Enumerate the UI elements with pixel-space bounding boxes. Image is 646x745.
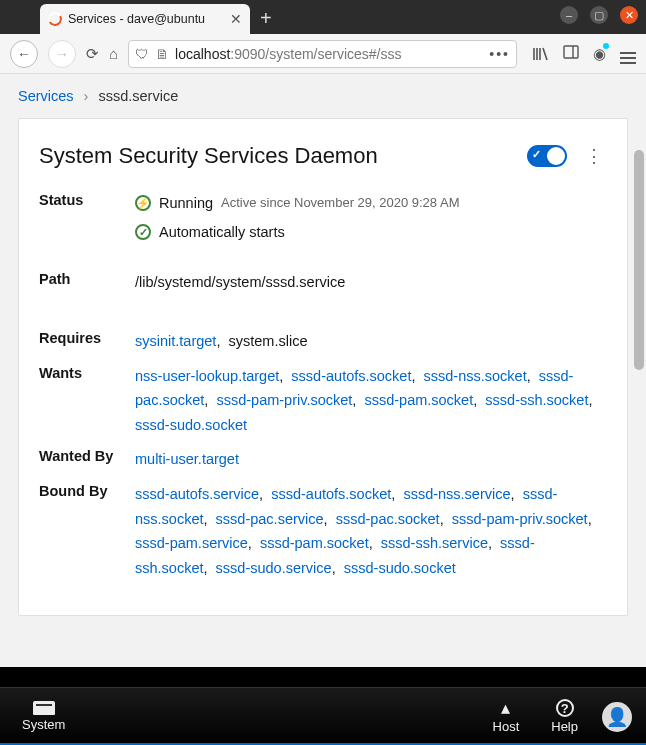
breadcrumb: Services › sssd.service <box>0 74 646 118</box>
status-label: Status <box>39 191 135 208</box>
unit-link[interactable]: sssd-nss.service <box>403 486 510 502</box>
browser-tab[interactable]: Services - dave@ubuntu ✕ <box>40 4 250 34</box>
autostart-icon <box>135 224 151 240</box>
host-label: Host <box>493 719 520 734</box>
unit-plain: system.slice <box>229 333 308 349</box>
new-tab-button[interactable]: + <box>260 7 272 30</box>
running-icon <box>135 195 151 211</box>
tab-close-icon[interactable]: ✕ <box>230 11 242 27</box>
browser-titlebar: Services - dave@ubuntu ✕ + – ▢ ✕ <box>0 0 646 34</box>
tab-favicon <box>46 10 63 27</box>
unit-link[interactable]: sssd-pam.socket <box>260 535 369 551</box>
unit-link[interactable]: sssd-autofs.socket <box>271 486 391 502</box>
system-nav-button[interactable]: System <box>14 701 73 732</box>
unit-link[interactable]: multi-user.target <box>135 451 239 467</box>
maximize-button[interactable]: ▢ <box>590 6 608 24</box>
page-actions-icon[interactable]: ••• <box>489 46 510 62</box>
boundby-label: Bound By <box>39 482 135 499</box>
browser-toolbar: ← → ⟳ ⌂ 🛡 🗎 localhost:9090/system/servic… <box>0 34 646 74</box>
forward-button[interactable]: → <box>48 40 76 68</box>
unit-link[interactable]: sssd-autofs.socket <box>291 368 411 384</box>
requires-value: sysinit.target, system.slice <box>135 329 607 354</box>
reader-icon[interactable] <box>563 44 579 63</box>
page-viewport: Services › sssd.service System Security … <box>0 74 646 667</box>
library-icon[interactable] <box>533 46 549 62</box>
url-host: localhost <box>175 46 230 62</box>
breadcrumb-current: sssd.service <box>98 88 178 104</box>
unit-link[interactable]: sssd-pam-priv.socket <box>452 511 588 527</box>
service-card: System Security Services Daemon ⋮ Status… <box>18 118 628 616</box>
unit-link[interactable]: sysinit.target <box>135 333 216 349</box>
lock-icon: 🗎 <box>155 46 169 62</box>
chevron-right-icon: › <box>84 88 89 104</box>
help-label: Help <box>551 719 578 734</box>
wantedby-value: multi-user.target <box>135 447 607 472</box>
unit-link[interactable]: sssd-pac.service <box>216 511 324 527</box>
unit-link[interactable]: sssd-ssh.service <box>381 535 488 551</box>
chevron-up-icon: ▴ <box>501 699 510 717</box>
address-bar[interactable]: 🛡 🗎 localhost:9090/system/services#/sss … <box>128 40 517 68</box>
unit-link[interactable]: sssd-sudo.socket <box>344 560 456 576</box>
status-autostart: Automatically starts <box>159 220 285 245</box>
boundby-value: sssd-autofs.service, sssd-autofs.socket,… <box>135 482 607 581</box>
kebab-menu-icon[interactable]: ⋮ <box>581 145 607 167</box>
unit-link[interactable]: sssd-nss.socket <box>424 368 527 384</box>
account-icon[interactable]: ◉ <box>593 45 606 63</box>
window-controls: – ▢ ✕ <box>560 6 638 24</box>
status-running: Running <box>159 191 213 216</box>
tab-title: Services - dave@ubuntu <box>68 12 205 26</box>
home-button[interactable]: ⌂ <box>109 45 118 62</box>
user-avatar[interactable]: 👤 <box>602 702 632 732</box>
breadcrumb-root-link[interactable]: Services <box>18 88 74 104</box>
service-enable-toggle[interactable] <box>527 145 567 167</box>
unit-link[interactable]: sssd-pam-priv.socket <box>216 392 352 408</box>
unit-link[interactable]: sssd-pam.service <box>135 535 248 551</box>
unit-link[interactable]: sssd-ssh.socket <box>485 392 588 408</box>
unit-link[interactable]: nss-user-lookup.target <box>135 368 279 384</box>
requires-label: Requires <box>39 329 135 346</box>
wants-value: nss-user-lookup.target, sssd-autofs.sock… <box>135 364 607 438</box>
disk-icon <box>33 701 55 715</box>
unit-link[interactable]: sssd-autofs.service <box>135 486 259 502</box>
reload-button[interactable]: ⟳ <box>86 45 99 63</box>
unit-link[interactable]: sssd-pac.socket <box>336 511 440 527</box>
scrollbar-thumb[interactable] <box>634 150 644 370</box>
path-label: Path <box>39 270 135 287</box>
app-bottom-bar: System ▴ Host ? Help 👤 <box>0 687 646 745</box>
shield-icon: 🛡 <box>135 46 149 62</box>
wantedby-label: Wanted By <box>39 447 135 464</box>
help-nav-button[interactable]: ? Help <box>543 699 586 734</box>
minimize-button[interactable]: – <box>560 6 578 24</box>
host-nav-button[interactable]: ▴ Host <box>485 699 528 734</box>
unit-link[interactable]: sssd-sudo.service <box>216 560 332 576</box>
system-label: System <box>22 717 65 732</box>
close-window-button[interactable]: ✕ <box>620 6 638 24</box>
svg-rect-0 <box>564 46 578 58</box>
status-since: Active since November 29, 2020 9:28 AM <box>221 192 459 214</box>
page-title: System Security Services Daemon <box>39 143 378 169</box>
help-icon: ? <box>556 699 574 717</box>
back-button[interactable]: ← <box>10 40 38 68</box>
menu-button[interactable] <box>620 45 636 62</box>
url-path: :9090/system/services#/sss <box>230 46 401 62</box>
wants-label: Wants <box>39 364 135 381</box>
unit-link[interactable]: sssd-pam.socket <box>364 392 473 408</box>
path-value: /lib/systemd/system/sssd.service <box>135 270 607 295</box>
unit-link[interactable]: sssd-sudo.socket <box>135 417 247 433</box>
